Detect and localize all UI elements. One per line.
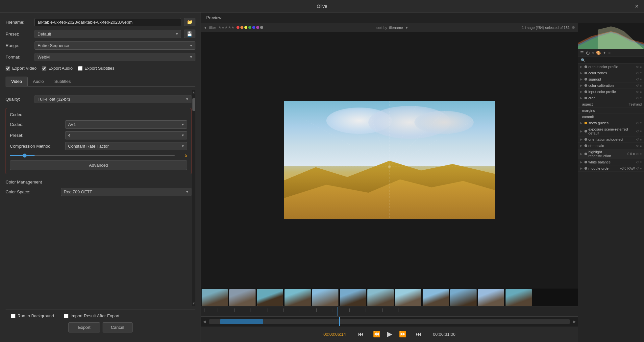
dt-reset-icon[interactable]: ↺ [636,121,639,125]
filmstrip-item[interactable] [257,289,283,306]
dt-star2-icon[interactable]: ✦ [603,51,606,55]
dt-presets-icon[interactable]: ≡ [640,84,642,87]
scroll-up-arrow[interactable]: ▲ [191,90,195,95]
import-result-label: Import Result After Export [70,313,119,318]
filename-input[interactable] [35,18,181,26]
go-to-end-button[interactable]: ⏭ [413,330,424,339]
format-select[interactable]: WebM [35,53,195,61]
run-in-bg-checkbox-item[interactable]: Run In Background [11,313,54,318]
filmstrip-item[interactable] [202,289,228,306]
playhead-marker [337,307,337,316]
scroll-down-arrow[interactable]: ▼ [191,301,195,306]
dt-reset-icon[interactable]: ↺ [636,167,639,170]
dt-reset-icon[interactable]: ↺ [636,84,639,87]
export-subtitles-checkbox[interactable] [78,66,83,71]
play-button[interactable]: ▶ [387,330,392,338]
go-to-start-button[interactable]: ⏮ [355,330,366,339]
dt-palette-icon[interactable]: 🎨 [596,51,601,55]
dt-reset-icon[interactable]: ↺ [636,160,639,164]
browse-folder-button[interactable]: 📁 [184,18,195,26]
svg-line-1 [301,117,389,167]
filmstrip-item[interactable] [395,289,421,306]
export-audio-checkbox-item[interactable]: Export Audio [42,66,73,71]
dt-search-input[interactable] [578,57,644,64]
export-video-checkbox-item[interactable]: Export Video [6,66,37,71]
export-button[interactable]: Export [68,322,100,332]
svg-line-5 [389,111,445,167]
timeline-track[interactable] [209,319,570,324]
dt-presets-icon[interactable]: ≡ [640,71,642,75]
dt-presets-icon[interactable]: ≡ [640,90,642,94]
filmstrip-item[interactable] [229,289,256,306]
dt-presets-icon[interactable]: ≡ [640,130,642,133]
dt-reset-icon[interactable]: ↺ [636,138,639,141]
dt-power-icon[interactable]: ⏻ [586,51,590,55]
import-result-checkbox[interactable] [64,314,68,318]
left-panel: Filename: 📁 Preset: Default ▼ 💾 [0,12,201,342]
dt-reset-icon[interactable]: ↺ [636,90,639,94]
cancel-button[interactable]: Cancel [103,322,132,332]
dt-presets-icon[interactable]: ≡ [640,121,642,125]
dt-presets-icon[interactable]: ≡ [640,96,642,100]
dt-menu-icon[interactable]: ≡ [608,51,610,55]
dt-presets-icon[interactable]: ≡ [640,138,642,141]
preview-image-container [201,32,578,288]
quality-select[interactable]: Full-Float (32-bit) [35,95,191,103]
timeline-left-arrow[interactable]: ◀ [201,319,208,324]
advanced-button[interactable]: Advanced [10,160,187,170]
export-video-checkbox[interactable] [6,66,10,71]
dt-enabled-indicator-on [584,122,587,124]
dt-reset-icon[interactable]: ↺ [636,71,639,75]
dt-presets-icon[interactable]: ≡ [640,78,642,81]
timeline-right-arrow[interactable]: ▶ [571,319,578,324]
dt-reset-icon[interactable]: ↺ [636,65,639,69]
export-audio-checkbox[interactable] [42,66,46,71]
dt-module-crop: ▶ crop ↺ ≡ [578,95,644,101]
import-result-checkbox-item[interactable]: Import Result After Export [64,313,119,318]
filmstrip-item[interactable] [285,289,311,306]
compression-method-field: Compression Method: Constant Rate Factor… [10,142,187,150]
window-title: Olive [317,4,327,9]
save-preset-button[interactable]: 💾 [184,30,195,38]
dt-list-icon[interactable]: ☰ [580,51,584,55]
filmstrip-item[interactable] [423,289,449,306]
dt-reset-icon[interactable]: ↺ [636,78,639,81]
range-row: Range: Entire Sequence ▼ [6,41,195,50]
dt-reset-icon[interactable]: ↺ [636,144,639,148]
codec-select[interactable]: AV1 [65,120,187,129]
compression-method-select[interactable]: Constant Rate Factor [65,142,187,150]
fast-forward-button[interactable]: ⏩ [396,329,409,339]
close-button[interactable]: × [635,3,638,9]
filmstrip-item[interactable] [312,289,338,306]
dt-module-name: input color profile [588,90,635,94]
tab-audio[interactable]: Audio [28,77,49,86]
export-subtitles-checkbox-item[interactable]: Export Subtitles [78,66,114,71]
dt-presets-icon[interactable]: ≡ [640,144,642,148]
dt-circle-icon[interactable]: ○ [592,51,594,55]
rewind-button[interactable]: ⏪ [370,329,383,339]
quality-label: Quality: [6,97,32,102]
color-space-select[interactable]: Rec.709 OETF [61,188,191,196]
codec-preset-select[interactable]: 4 [65,131,187,139]
dt-presets-icon[interactable]: ≡ [640,160,642,164]
dt-reset-icon[interactable]: ↺ [636,96,639,100]
dt-reset-icon[interactable]: ↺ [636,152,639,156]
filmstrip-item[interactable] [340,289,366,306]
filmstrip-item[interactable] [450,289,477,306]
dt-reset-icon[interactable]: ↺ [636,130,639,133]
run-in-bg-checkbox[interactable] [11,314,15,318]
scroll-thumb[interactable] [192,98,195,111]
filmstrip-item[interactable] [478,289,504,306]
preset-select[interactable]: Default [35,30,181,38]
filmstrip-item[interactable] [367,289,394,306]
dt-presets-icon[interactable]: ≡ [640,152,642,156]
dt-presets-icon[interactable]: ≡ [640,167,642,170]
range-select[interactable]: Entire Sequence [35,41,195,50]
tab-video[interactable]: Video [6,77,28,86]
tab-subtitles[interactable]: Subtitles [49,77,76,86]
crf-slider[interactable] [10,155,175,156]
filmstrip-item[interactable] [506,289,532,306]
dt-presets-icon[interactable]: ≡ [640,65,642,69]
dt-collapse-arrow: ▶ [580,160,582,164]
dt-module-actions: ↺ ≡ [636,152,642,156]
